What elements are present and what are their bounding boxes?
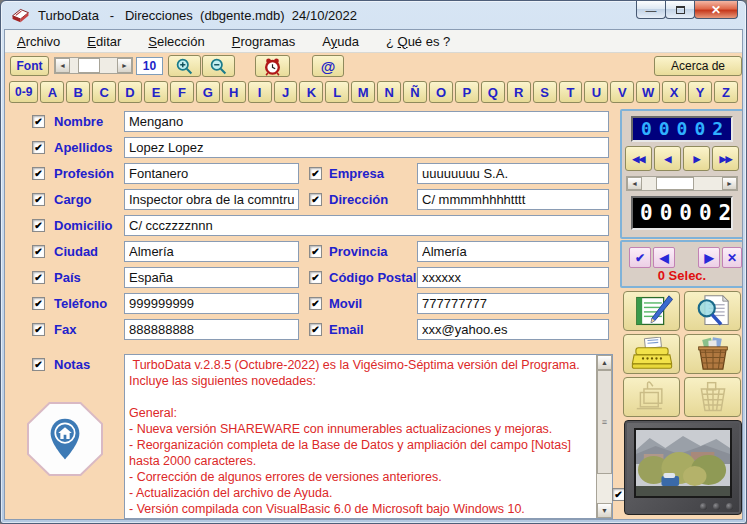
map-location-button-face[interactable] [29, 404, 101, 474]
select-record-button[interactable]: ✔ [629, 247, 651, 268]
selection-next-button[interactable]: ▶ [698, 247, 720, 268]
letter-button-Z[interactable]: Z [714, 81, 738, 103]
field-checkbox-ciudad[interactable] [32, 245, 45, 258]
menu-item-programas[interactable]: Programas [232, 34, 296, 49]
letter-button-L[interactable]: L [325, 81, 349, 103]
first-record-button[interactable]: ◀◀ [625, 146, 652, 171]
zoom-in-button[interactable] [168, 55, 201, 77]
field-checkbox-profesion[interactable] [32, 167, 45, 180]
field-input-pais[interactable] [124, 267, 299, 288]
field-input-apellidos[interactable] [124, 137, 609, 158]
letter-button-W[interactable]: W [636, 81, 660, 103]
letter-button-U[interactable]: U [584, 81, 608, 103]
menu-item-editar[interactable]: Editar [87, 34, 121, 49]
scroll-up-icon[interactable]: ▲ [597, 355, 612, 370]
font-button[interactable]: Font [10, 56, 49, 76]
letter-button-G[interactable]: G [196, 81, 220, 103]
field-checkbox-codigo-postal[interactable] [309, 271, 322, 284]
record-scroll-right-icon[interactable]: ► [722, 177, 737, 190]
field-checkbox-empresa[interactable] [309, 167, 322, 180]
record-scrollbar[interactable]: ◄ ► [626, 176, 738, 191]
letter-button-S[interactable]: S [533, 81, 557, 103]
scroll-down-icon[interactable]: ▼ [597, 503, 612, 518]
field-checkbox-cargo[interactable] [32, 193, 45, 206]
selection-previous-button[interactable]: ◀ [653, 247, 675, 268]
field-input-email[interactable] [417, 319, 609, 340]
letter-button-A[interactable]: A [40, 81, 64, 103]
field-checkbox-pais[interactable] [32, 271, 45, 284]
menu-item-archivo[interactable]: Archivo [17, 34, 60, 49]
letter-button-Y[interactable]: Y [688, 81, 712, 103]
notes-text[interactable]: TurboData v.2.8.5 (Octubre-2022) es la V… [125, 355, 596, 518]
letter-button-D[interactable]: D [118, 81, 142, 103]
empty-trash-button-disabled[interactable] [684, 377, 741, 417]
letter-button-R[interactable]: R [507, 81, 531, 103]
close-button[interactable]: ✕ [694, 1, 738, 19]
notes-field[interactable]: TurboData v.2.8.5 (Octubre-2022) es la V… [124, 354, 613, 519]
field-checkbox-provincia[interactable] [309, 245, 322, 258]
field-checkbox-notas[interactable] [32, 358, 45, 371]
field-input-fax[interactable] [124, 319, 299, 340]
field-checkbox-nombre[interactable] [32, 115, 45, 128]
letter-button-E[interactable]: E [144, 81, 168, 103]
field-checkbox-movil[interactable] [309, 297, 322, 310]
field-input-nombre[interactable] [124, 111, 609, 132]
field-input-domicilio[interactable] [124, 215, 609, 236]
zoom-out-button[interactable] [202, 55, 235, 77]
letter-button-B[interactable]: B [66, 81, 90, 103]
about-button[interactable]: Acerca de [654, 56, 742, 76]
field-input-telefono[interactable] [124, 293, 299, 314]
field-input-ciudad[interactable] [124, 241, 299, 262]
edit-record-button[interactable] [623, 291, 680, 331]
font-size-input[interactable] [136, 57, 163, 75]
letter-button-P[interactable]: P [455, 81, 479, 103]
field-checkbox-apellidos[interactable] [32, 141, 45, 154]
field-checkbox-direccion[interactable] [309, 193, 322, 206]
font-size-scroll-thumb[interactable] [78, 58, 100, 73]
scroll-right-icon[interactable]: ► [117, 58, 132, 73]
maximize-button[interactable] [665, 1, 695, 19]
field-input-direccion[interactable] [417, 189, 609, 210]
letter-button-H[interactable]: H [222, 81, 246, 103]
field-checkbox-telefono[interactable] [32, 297, 45, 310]
previous-record-button[interactable]: ◀ [654, 146, 681, 171]
letter-button-F[interactable]: F [170, 81, 194, 103]
scroll-left-icon[interactable]: ◄ [55, 58, 70, 73]
letter-button-C[interactable]: C [92, 81, 116, 103]
letter-button-Ñ[interactable]: Ñ [403, 81, 427, 103]
field-checkbox-fax[interactable] [32, 323, 45, 336]
field-input-provincia[interactable] [417, 241, 609, 262]
letter-button-T[interactable]: T [559, 81, 583, 103]
next-record-button[interactable]: ▶ [683, 146, 710, 171]
field-input-empresa[interactable] [417, 163, 609, 184]
field-input-profesion[interactable] [124, 163, 299, 184]
title-bar[interactable]: TurboData - Direcciones (dbgente.mdb) 24… [1, 1, 746, 29]
field-checkbox-domicilio[interactable] [32, 219, 45, 232]
delete-record-button[interactable] [684, 334, 741, 374]
menu-item-seleccin[interactable]: Selección [148, 34, 204, 49]
last-record-button[interactable]: ▶▶ [712, 146, 739, 171]
alarm-button[interactable] [255, 55, 290, 77]
menu-item-yuda[interactable]: Ayuda [322, 34, 359, 49]
letter-button-V[interactable]: V [610, 81, 634, 103]
copy-record-button-disabled[interactable] [623, 377, 680, 417]
field-input-cargo[interactable] [124, 189, 299, 210]
record-scroll-thumb[interactable] [656, 177, 694, 190]
letter-button-N[interactable]: N [377, 81, 401, 103]
print-button[interactable] [623, 334, 680, 374]
letter-button-J[interactable]: J [274, 81, 298, 103]
field-checkbox-email[interactable] [309, 323, 322, 336]
email-at-button[interactable]: @ [312, 55, 344, 77]
menu-item-ques[interactable]: ¿ Qué es ? [386, 34, 450, 49]
letter-button-I[interactable]: I [248, 81, 272, 103]
contact-photo[interactable] [634, 428, 732, 498]
letter-button-O[interactable]: O [429, 81, 453, 103]
field-input-codigo-postal[interactable] [417, 267, 609, 288]
map-location-button[interactable] [27, 402, 103, 476]
font-size-scroll-track[interactable] [70, 58, 117, 73]
letter-button-X[interactable]: X [662, 81, 686, 103]
field-input-movil[interactable] [417, 293, 609, 314]
notes-scroll-thumb[interactable]: ≡ [597, 370, 612, 474]
letter-button-M[interactable]: M [351, 81, 375, 103]
letter-button-0-9[interactable]: 0-9 [9, 81, 38, 103]
